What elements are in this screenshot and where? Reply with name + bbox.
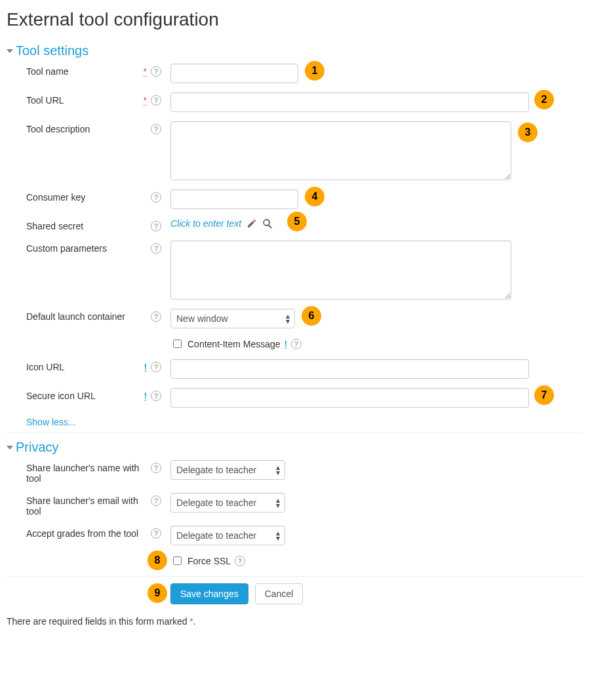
label-force-ssl: Force SSL (187, 556, 231, 566)
annotation-3: 3 (518, 123, 538, 142)
consumer-key-input[interactable] (170, 189, 298, 209)
label-default-launch-container: Default launch container (26, 311, 147, 322)
help-icon[interactable]: ? (151, 95, 161, 106)
share-email-select[interactable]: Delegate to teacher (170, 493, 285, 513)
triangle-down-icon (7, 49, 13, 53)
form-actions: 9 Save changes Cancel (170, 583, 583, 604)
help-icon[interactable]: ? (151, 66, 161, 77)
force-ssl-checkbox[interactable] (173, 556, 182, 565)
label-secure-icon-url: Secure icon URL (26, 391, 140, 401)
row-share-name: Share launcher's name with tool ? Delega… (7, 460, 583, 484)
row-custom-parameters: Custom parameters ? (7, 241, 583, 300)
label-content-item-message: Content-Item Message (187, 339, 281, 349)
label-tool-name: Tool name (26, 66, 140, 77)
required-icon: * (144, 67, 147, 77)
row-default-launch-container: Default launch container ? New window ▴▾… (7, 309, 583, 328)
row-share-email: Share launcher's email with tool ? Deleg… (7, 493, 583, 516)
annotation-9: 9 (148, 583, 167, 603)
row-content-item-message: Content-Item Message ! ? (7, 338, 583, 350)
help-icon[interactable]: ? (151, 124, 161, 134)
label-accept-grades: Accept grades from the tool (26, 528, 147, 539)
annotation-2: 2 (534, 90, 554, 109)
help-icon[interactable]: ? (151, 496, 161, 506)
page-title: External tool configuration (7, 9, 583, 30)
pencil-icon[interactable] (246, 218, 257, 229)
advanced-icon: ! (144, 362, 147, 372)
advanced-icon: ! (285, 340, 287, 349)
annotation-5: 5 (287, 212, 307, 231)
privacy-header[interactable]: Privacy (7, 440, 583, 455)
help-icon[interactable]: ? (235, 556, 245, 566)
label-tool-url: Tool URL (26, 95, 140, 106)
row-icon-url: Icon URL ! ? (7, 359, 583, 379)
triangle-down-icon (7, 446, 13, 450)
advanced-icon: ! (144, 391, 147, 400)
label-custom-parameters: Custom parameters (26, 243, 147, 254)
content-item-message-checkbox[interactable] (173, 340, 182, 348)
annotation-1: 1 (305, 61, 324, 81)
share-name-select[interactable]: Delegate to teacher (170, 460, 285, 480)
divider (7, 576, 583, 577)
help-icon[interactable]: ? (151, 243, 161, 254)
tool-settings-title: Tool settings (16, 43, 88, 58)
row-tool-description: Tool description ? 3 (7, 121, 583, 180)
icon-url-input[interactable] (170, 359, 529, 379)
row-secure-icon-url: Secure icon URL ! ? 7 (7, 388, 583, 408)
label-consumer-key: Consumer key (26, 192, 147, 203)
help-icon[interactable]: ? (151, 221, 161, 231)
required-fields-note: There are required fields in this form m… (7, 616, 583, 627)
row-consumer-key: Consumer key ? 4 (7, 189, 583, 209)
help-icon[interactable]: ? (151, 463, 161, 473)
help-icon[interactable]: ? (151, 362, 161, 372)
label-tool-description: Tool description (26, 124, 147, 134)
privacy-title: Privacy (16, 440, 59, 455)
magnify-icon[interactable] (262, 218, 273, 229)
tool-settings-section: Tool settings Tool name * ? 1 Tool URL *… (7, 43, 583, 433)
tool-name-input[interactable] (170, 64, 298, 83)
default-launch-container-select[interactable]: New window (170, 309, 295, 328)
cancel-button[interactable]: Cancel (255, 583, 304, 604)
show-less-link[interactable]: Show less... (26, 417, 583, 427)
divider (7, 433, 583, 433)
help-icon[interactable]: ? (151, 528, 161, 539)
tool-settings-header[interactable]: Tool settings (7, 43, 583, 58)
row-shared-secret: Shared secret ? Click to enter text 5 (7, 218, 583, 231)
required-icon: * (144, 96, 147, 106)
help-icon[interactable]: ? (151, 192, 161, 203)
row-tool-url: Tool URL * ? 2 (7, 92, 583, 112)
annotation-7: 7 (534, 385, 554, 405)
label-share-name: Share launcher's name with tool (26, 463, 147, 484)
annotation-8: 8 (148, 551, 167, 570)
privacy-section: Privacy Share launcher's name with tool … (7, 440, 583, 577)
annotation-4: 4 (305, 187, 324, 206)
tool-description-input[interactable] (170, 121, 511, 180)
help-icon[interactable]: ? (151, 311, 161, 322)
label-icon-url: Icon URL (26, 362, 140, 372)
label-shared-secret: Shared secret (26, 221, 147, 231)
annotation-6: 6 (302, 306, 321, 326)
secure-icon-url-input[interactable] (170, 388, 529, 408)
save-changes-button[interactable]: Save changes (170, 583, 248, 604)
accept-grades-select[interactable]: Delegate to teacher (170, 526, 285, 545)
custom-parameters-input[interactable] (170, 241, 511, 300)
shared-secret-click-to-enter[interactable]: Click to enter text (170, 218, 241, 229)
help-icon[interactable]: ? (151, 391, 161, 401)
row-tool-name: Tool name * ? 1 (7, 64, 583, 83)
label-share-email: Share launcher's email with tool (26, 496, 147, 516)
help-icon[interactable]: ? (291, 339, 302, 349)
row-force-ssl: 8 Force SSL ? (7, 554, 583, 567)
tool-url-input[interactable] (170, 92, 529, 112)
row-accept-grades: Accept grades from the tool ? Delegate t… (7, 526, 583, 545)
